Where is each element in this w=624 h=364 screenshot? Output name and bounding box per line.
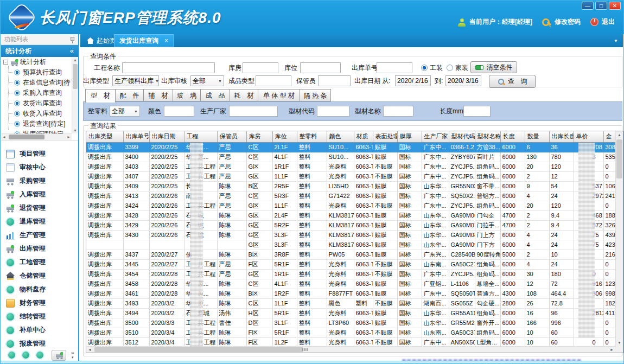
tree-horizontal-scrollbar[interactable]: ◄ ► [1, 133, 72, 140]
column-header[interactable]: 单价 [574, 131, 603, 142]
scroll-down-icon[interactable]: ▼ [72, 127, 78, 133]
scrollbar-thumb[interactable] [73, 64, 78, 89]
sidebar-item-project-management[interactable]: 项目管理 [1, 147, 78, 161]
scroll-right-icon[interactable]: ► [608, 347, 615, 353]
maximize-button[interactable]: □ [595, 2, 607, 10]
keeper-input[interactable] [318, 75, 351, 86]
column-header[interactable]: 材质 [354, 131, 373, 142]
sidebar-item-finance-management[interactable]: 财务管理 [1, 296, 78, 310]
sidebar-item-inbound-management[interactable]: 入库管理 [1, 188, 78, 201]
table-row[interactable]: 调拨出库34612020/2/28华 原...陈琳B区1R2F整料F8877FT… [86, 289, 616, 298]
material-tab-insulation-strip[interactable]: 隔 热 条 [300, 89, 331, 101]
tree-item[interactable]: 在途信息查询[待 [1, 78, 72, 88]
tree-item[interactable]: 退库管理[待定 [1, 129, 72, 133]
sidebar-item-scrap-management[interactable]: 报废管理 [1, 337, 78, 348]
order-no-input[interactable] [377, 62, 412, 73]
column-header[interactable]: 工程 [184, 131, 217, 142]
sidebar-item-returns-management[interactable]: 退货管理 [1, 201, 78, 215]
module-dot-icon[interactable] [8, 352, 15, 359]
whole-piece-select[interactable]: 全部 [110, 106, 140, 117]
column-header[interactable]: 长度 [500, 131, 525, 142]
change-password-button[interactable]: 修改密码 [555, 17, 581, 27]
column-header[interactable]: 整零料 [297, 131, 327, 142]
column-header[interactable]: 型材名称 [475, 131, 500, 142]
sidebar-item-inventory-count[interactable]: 物料盘存 [1, 283, 78, 296]
collapse-node-icon[interactable] [3, 60, 8, 65]
date-to-picker[interactable]: 2020/ 3/16 [445, 75, 481, 86]
radio-jiazhuang-label[interactable]: 家装 [455, 63, 468, 72]
table-row[interactable]: 调拨出库33992020/2/25华 原...严思C区2L1F整料SU10...… [86, 142, 616, 152]
column-header[interactable]: 型材代码 [449, 131, 475, 142]
radio-jiazhuang[interactable] [447, 65, 453, 71]
minimize-button[interactable]: — [582, 2, 594, 10]
material-tab-profile[interactable]: 型 材 [85, 89, 116, 103]
radio-gongzhuang-label[interactable]: 工装 [430, 63, 443, 72]
table-row[interactable]: 调拨出库34282020/2/26石 城陈琳G区2L4F整料KLM3817606… [86, 210, 616, 220]
tab-shipping-outbound-query[interactable]: 发货出库查询 [114, 34, 174, 47]
length-input[interactable] [463, 106, 491, 117]
module-dot-icon[interactable] [36, 352, 43, 359]
table-row[interactable]: 调拨出库35002020/3/3工 共工程曹佳D区3L1F整料LT3P60606… [86, 318, 616, 328]
scrollbar-thumb[interactable] [616, 139, 622, 178]
table-row[interactable]: 调拨出库34582020/2/28华 原...陈琳C区4L1F整料光身料6063… [86, 279, 616, 289]
clear-conditions-button[interactable]: 清空条件 [470, 61, 517, 73]
table-row[interactable]: 调拨出库34932020/3/2华 原...陈琳C区1L1F整料黑色塑料不贴膜国… [86, 298, 616, 308]
warehouse-input[interactable] [243, 62, 278, 73]
scroll-left-icon[interactable]: ◄ [86, 347, 93, 353]
module-dot-icon[interactable] [22, 352, 29, 359]
column-header[interactable]: 库位 [272, 131, 297, 142]
table-row[interactable]: 调拨出库35102020/3/4工 共工程陈琳F区5R1F整料光身料6063-T… [86, 328, 616, 337]
sidebar-item-warehouse-management[interactable]: 仓储管理 [1, 269, 78, 283]
outbound-audit-select[interactable]: 全部 [190, 75, 224, 86]
table-row[interactable]: 调拨出库34542020/2/28工 共工程严思G区1R1F整料光身料6063-… [86, 269, 616, 279]
location-input[interactable] [300, 62, 341, 73]
tree-item[interactable]: 发货出库查询 [1, 98, 72, 108]
material-tab-consumable[interactable]: 耗 材 [230, 89, 258, 101]
scroll-down-icon[interactable]: ▼ [616, 339, 623, 346]
tree-item[interactable]: 退货查询[待定] [1, 119, 72, 129]
table-row[interactable]: 调拨出库34942020/3/2石 辉城汤伟H区5R1F整料光身料6063-T5… [86, 308, 616, 318]
sidebar-item-stock-return-management[interactable]: 退库管理 [1, 215, 78, 228]
sidebar-item-reorder-center[interactable]: 补单中心 [1, 323, 78, 337]
column-header[interactable]: 出库日期 [149, 131, 184, 142]
column-header[interactable]: 膜厚 [397, 131, 422, 142]
product-type-input[interactable] [256, 75, 291, 86]
manufacturer-input[interactable] [229, 106, 278, 117]
table-row[interactable]: 调拨出库34302020/2/26石 城陈琳G区3L3F整料KLM3817606… [86, 230, 616, 240]
column-header[interactable]: 出库长度 [549, 131, 574, 142]
sidebar-item-carryover-management[interactable]: 结转管理 [1, 310, 78, 323]
sidebar-item-site-management[interactable]: 工地管理 [1, 256, 78, 269]
collapse-icon[interactable]: « [70, 45, 74, 57]
table-row[interactable]: 调拨出库34072020/2/25工 共工程严思G区1L1F整料光身料6063-… [86, 171, 616, 181]
scroll-up-icon[interactable]: ▲ [72, 57, 78, 63]
sidebar-item-production-management[interactable]: 生产管理 [1, 228, 78, 242]
table-row[interactable]: 调拨出库34242020/2/26工 共工程严思G区1L1F整料光身料6063-… [86, 201, 616, 210]
table-row[interactable]: G区3L3F整料KLM38176063-T5贴膜国标山东华...GA90M09.… [86, 240, 616, 250]
outbound-type-select[interactable]: 生产领料出库 [112, 75, 159, 86]
grid-vertical-scrollbar[interactable]: ▲ ▼ [615, 131, 623, 346]
material-tab-product[interactable]: 成 品 [200, 89, 230, 101]
column-header[interactable]: 出库类型 [86, 131, 123, 142]
profile-code-input[interactable] [317, 106, 349, 117]
tree-item[interactable]: 收货入库查询 [1, 108, 72, 119]
module-cart-button[interactable] [52, 350, 66, 361]
radio-gongzhuang[interactable] [421, 65, 428, 71]
search-button[interactable]: 查 询 [489, 75, 536, 88]
sidebar-item-outbound-management[interactable]: 出库管理 [1, 242, 78, 256]
column-header[interactable]: 保管员 [217, 131, 246, 142]
scroll-left-icon[interactable]: ◄ [1, 134, 7, 140]
tree-vertical-scrollbar[interactable]: ▲ ▼ [72, 57, 78, 133]
scrollbar-thumb[interactable] [94, 347, 303, 352]
table-row[interactable]: 调拨出库34292020/2/26石 城陈琳G区5R2F整料KLM3817606… [86, 220, 616, 230]
column-header[interactable]: 库房 [246, 131, 272, 142]
scrollbar-thumb[interactable] [9, 135, 44, 139]
material-tab-glass[interactable]: 玻 璃 [173, 89, 201, 101]
sidebar-item-purchase-management[interactable]: 采购管理 [1, 174, 78, 188]
column-header[interactable]: 金 [603, 131, 616, 142]
table-row[interactable]: 调拨出库34092020/2/25长 ...陈琳B区2R5F整料LI35HD60… [86, 181, 616, 191]
material-tab-auxiliary[interactable]: 辅 材 [143, 89, 173, 101]
tree-root[interactable]: 统计分析 [1, 57, 72, 67]
table-row[interactable]: 调拨出库34132020/2/26南 ...严思C区5R3F整料G7142260… [86, 191, 616, 201]
column-header[interactable]: 数量 [525, 131, 549, 142]
material-tab-single-profile[interactable]: 单 体 型 材 [258, 89, 300, 101]
